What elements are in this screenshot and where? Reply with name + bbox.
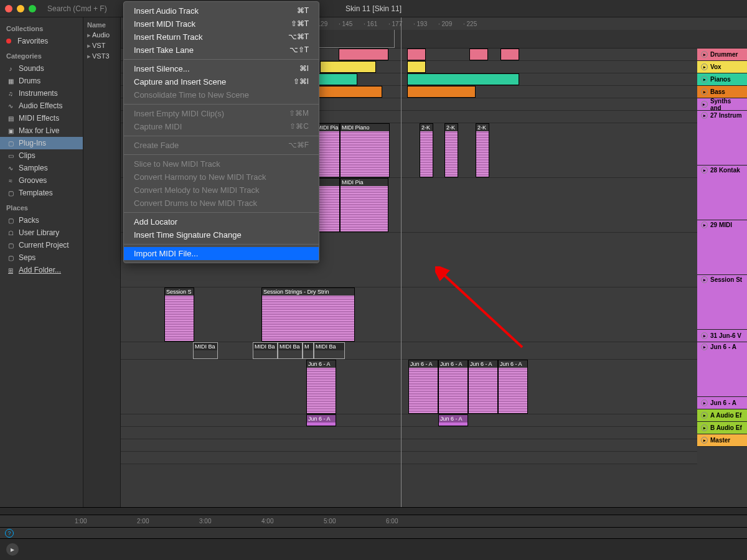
midi-clip[interactable]: Jun 6 - A	[468, 360, 498, 414]
play-button[interactable]: ▸	[6, 543, 19, 556]
midi-clip[interactable]: Jun 6 - A	[408, 360, 438, 414]
track-play-icon[interactable]: ▸	[701, 399, 708, 406]
sidebar-category-clips[interactable]: ▭Clips	[0, 149, 83, 162]
sidebar-category-sounds[interactable]: ♪Sounds	[0, 62, 83, 75]
clip[interactable]: MIDI Ba	[314, 342, 345, 359]
track-header-bass[interactable]: ▸Bass	[697, 86, 747, 98]
sidebar-category-plug-ins[interactable]: ▢Plug-Ins	[0, 137, 83, 149]
track-play-icon[interactable]: ▸	[701, 167, 708, 174]
sidebar-category-samples[interactable]: ∿Samples	[0, 162, 83, 174]
sidebar-place-current-project[interactable]: ▢Current Project	[0, 239, 83, 251]
clip[interactable]	[469, 49, 488, 60]
close-window-button[interactable]	[5, 5, 12, 12]
midi-clip[interactable]: Jun 6 - A	[498, 360, 528, 414]
track-lane[interactable]: Jun 6 - AJun 6 - A	[121, 414, 747, 426]
menu-item-insert-silence-[interactable]: Insert Silence...⌘I	[124, 62, 319, 75]
midi-clip[interactable]: 2-K	[420, 123, 433, 177]
track-play-icon[interactable]: ▸	[701, 276, 708, 283]
track-play-icon[interactable]: ▸	[701, 437, 708, 444]
sidebar-category-audio-effects[interactable]: ∿Audio Effects	[0, 100, 83, 112]
sidebar-place-add-folder-[interactable]: ⊞Add Folder...	[0, 264, 83, 276]
clip[interactable]	[407, 86, 476, 98]
track-header-31-jun-6-v[interactable]: ▸31 Jun-6 V	[697, 330, 747, 342]
overview-bar[interactable]	[0, 507, 747, 515]
menu-item-insert-audio-track[interactable]: Insert Audio Track⌘T	[124, 4, 319, 17]
create-context-menu[interactable]: Insert Audio Track⌘TInsert MIDI Track⇧⌘T…	[123, 1, 319, 263]
clip[interactable]	[339, 49, 388, 60]
clip[interactable]: MIDI Ba	[253, 342, 278, 359]
track-play-icon[interactable]: ▸	[701, 412, 708, 419]
track-header-jun-6-a[interactable]: ▸Jun 6 - A	[697, 342, 747, 397]
track-play-icon[interactable]: ▸	[701, 63, 708, 70]
clip[interactable]: Jun 6 - A	[306, 414, 336, 426]
midi-clip[interactable]: Jun 6 - A	[438, 360, 468, 414]
track-header-vox[interactable]: ▸Vox	[697, 61, 747, 73]
track-lane[interactable]: Session SSession Strings - Dry Strin	[121, 287, 747, 342]
clip[interactable]: MIDI Ba	[278, 342, 303, 359]
clip[interactable]: Jun 6 - A	[438, 414, 468, 426]
track-header-session-st[interactable]: ▸Session St	[697, 275, 747, 330]
track-header-b-audio-ef[interactable]: ▸B Audio Ef	[697, 422, 747, 434]
browser-item-vst3[interactable]: ▸VST3	[83, 51, 120, 62]
clip[interactable]	[320, 61, 376, 73]
track-play-icon[interactable]: ▸	[701, 76, 708, 83]
sidebar-category-midi-effects[interactable]: ▤MIDI Effects	[0, 112, 83, 124]
track-header-28-kontak[interactable]: ▸28 Kontak	[697, 166, 747, 220]
track-header-a-audio-ef[interactable]: ▸A Audio Ef	[697, 409, 747, 422]
sidebar-category-max-for-live[interactable]: ▣Max for Live	[0, 124, 83, 137]
menu-item-insert-take-lane[interactable]: Insert Take Lane⌥⇧T	[124, 44, 319, 57]
track-play-icon[interactable]: ▸	[701, 343, 708, 350]
midi-clip[interactable]: Session Strings - Dry Strin	[261, 287, 355, 342]
midi-clip[interactable]: MIDI Piano	[340, 123, 390, 177]
browser-item-audio[interactable]: ▸Audio	[83, 30, 120, 40]
sidebar-category-instruments[interactable]: ♫Instruments	[0, 87, 83, 100]
track-play-icon[interactable]: ▸	[701, 101, 708, 108]
menu-item-capture-and-insert-scene[interactable]: Capture and Insert Scene⇧⌘I	[124, 75, 319, 88]
browser-item-vst[interactable]: ▸VST	[83, 40, 120, 51]
track-header-pianos[interactable]: ▸Pianos	[697, 73, 747, 86]
sidebar-category-drums[interactable]: ▦Drums	[0, 75, 83, 87]
track-play-icon[interactable]: ▸	[701, 88, 708, 95]
clip[interactable]: MIDI Ba	[193, 342, 218, 359]
track-lane[interactable]	[121, 439, 747, 451]
track-play-icon[interactable]: ▸	[701, 222, 708, 228]
clip[interactable]	[407, 61, 426, 73]
track-header-jun-6-a[interactable]: ▸Jun 6 - A	[697, 397, 747, 409]
maximize-window-button[interactable]	[29, 5, 36, 12]
track-play-icon[interactable]: ▸	[701, 424, 708, 431]
search-field[interactable]: Search (Cmd + F)	[47, 4, 107, 13]
menu-item-insert-return-track[interactable]: Insert Return Track⌥⌘T	[124, 30, 319, 44]
midi-clip[interactable]: 2-K	[476, 123, 489, 177]
track-header-27-instrum[interactable]: ▸27 Instrum	[697, 111, 747, 166]
minimize-window-button[interactable]	[17, 5, 24, 12]
track-header-29-midi[interactable]: ▸29 MIDI	[697, 220, 747, 275]
menu-item-import-midi-file-[interactable]: Import MIDI File...	[124, 247, 319, 260]
sidebar-place-user-library[interactable]: ☖User Library	[0, 226, 83, 239]
menu-item-add-locator[interactable]: Add Locator	[124, 215, 319, 228]
playhead[interactable]	[401, 17, 402, 507]
midi-clip[interactable]: Session S	[164, 287, 194, 342]
track-header-master[interactable]: ▸Master	[697, 434, 747, 447]
track-header-drummer[interactable]: ▸Drummer	[697, 49, 747, 61]
help-icon[interactable]: ?	[5, 529, 14, 538]
track-lane[interactable]	[121, 427, 747, 439]
clip[interactable]: M	[303, 342, 314, 359]
menu-item-insert-time-signature-change[interactable]: Insert Time Signature Change	[124, 228, 319, 241]
clip[interactable]	[500, 49, 519, 60]
clip[interactable]	[407, 73, 519, 85]
sidebar-place-seps[interactable]: ▢Seps	[0, 251, 83, 264]
menu-item-insert-midi-track[interactable]: Insert MIDI Track⇧⌘T	[124, 17, 319, 30]
time-ruler[interactable]: 1:002:003:004:005:006:00	[0, 515, 747, 527]
track-play-icon[interactable]: ▸	[701, 112, 708, 119]
midi-clip[interactable]: 2-K	[444, 123, 458, 177]
sidebar-category-grooves[interactable]: ≈Grooves	[0, 174, 83, 187]
sidebar-favorites[interactable]: Favorites	[0, 35, 83, 47]
sidebar-place-packs[interactable]: ▢Packs	[0, 214, 83, 226]
track-play-icon[interactable]: ▸	[701, 332, 708, 339]
track-lane[interactable]	[121, 452, 747, 464]
midi-clip[interactable]: MIDI Pia	[340, 178, 388, 232]
track-play-icon[interactable]: ▸	[701, 51, 708, 58]
track-lane[interactable]: Jun 6 - AJun 6 - AJun 6 - AJun 6 - AJun …	[121, 360, 747, 414]
track-header-synths-and[interactable]: ▸Synths and	[697, 98, 747, 111]
clip[interactable]	[407, 49, 426, 60]
